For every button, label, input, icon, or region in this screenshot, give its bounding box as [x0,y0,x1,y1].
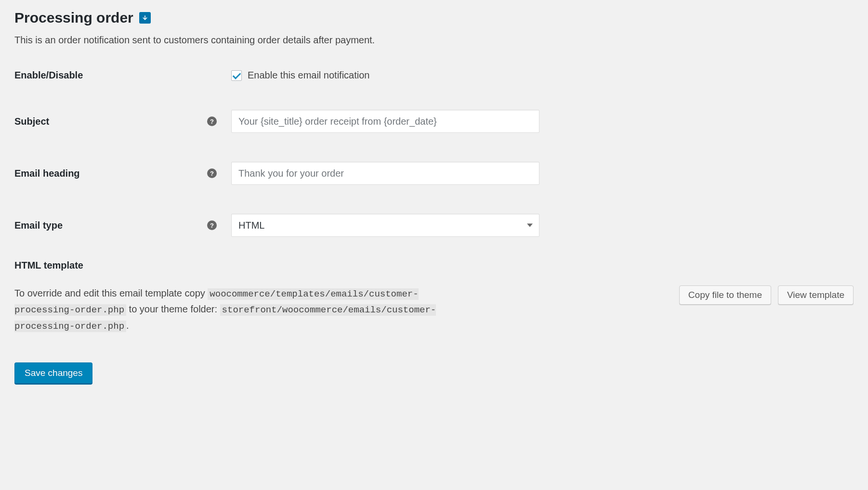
enable-row: Enable/Disable Enable this email notific… [14,70,854,81]
enable-checkbox[interactable] [231,70,242,81]
view-template-button[interactable]: View template [778,285,854,305]
subject-row: Subject ? [14,110,854,133]
template-text-prefix: To override and edit this email template… [14,288,208,298]
back-icon[interactable] [139,12,151,24]
template-actions: Copy file to theme View template [679,285,854,305]
template-text: To override and edit this email template… [14,285,477,334]
help-icon[interactable]: ? [207,116,217,126]
enable-checkbox-wrap[interactable]: Enable this email notification [231,70,369,81]
subject-input[interactable] [231,110,539,133]
heading-row: Email heading ? [14,162,854,185]
heading-label: Email heading [14,168,80,179]
template-text-middle: to your theme folder: [126,304,220,314]
save-button[interactable]: Save changes [14,362,92,384]
enable-checkbox-label: Enable this email notification [248,70,369,81]
type-select[interactable]: HTML [231,214,539,237]
help-icon[interactable]: ? [207,168,217,178]
subject-label: Subject [14,116,49,127]
type-row: Email type ? HTML [14,214,854,237]
heading-input[interactable] [231,162,539,185]
page-title: Processing order [14,10,854,26]
submit-row: Save changes [14,362,854,384]
template-text-suffix: . [126,320,129,331]
type-label: Email type [14,220,63,231]
template-row: To override and edit this email template… [14,285,854,334]
help-icon[interactable]: ? [207,220,217,230]
page-description: This is an order notification sent to cu… [14,35,854,46]
copy-file-button[interactable]: Copy file to theme [679,285,771,305]
template-section-heading: HTML template [14,260,854,271]
page-title-text: Processing order [14,10,133,26]
enable-label: Enable/Disable [14,70,83,81]
